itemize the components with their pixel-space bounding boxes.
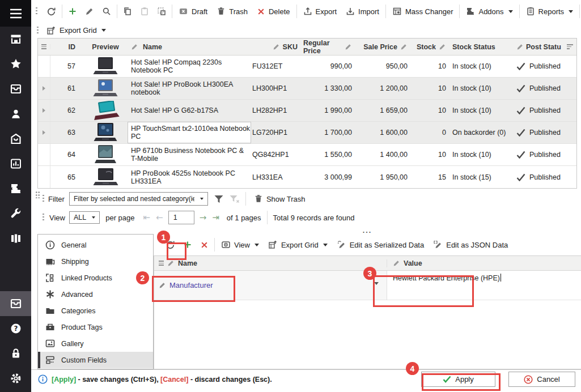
cell-post-status[interactable]: Published <box>508 166 576 188</box>
copy-button[interactable] <box>119 3 136 19</box>
sidebar-item-orders[interactable] <box>0 126 31 151</box>
page-size-select[interactable]: ALL <box>69 211 100 224</box>
sidebar-item-settings[interactable] <box>0 366 31 391</box>
add-product-button[interactable] <box>64 3 81 19</box>
menu-button[interactable] <box>0 0 31 27</box>
toolbar-drag-handle[interactable] <box>37 27 39 34</box>
column-header-id[interactable]: ID <box>50 43 83 51</box>
tab-categories[interactable]: Categories <box>38 302 153 319</box>
column-header-sale-price[interactable]: Sale Price <box>359 43 414 51</box>
sidebar-item-statistics[interactable] <box>0 151 31 176</box>
draft-button[interactable]: Draft <box>174 3 212 19</box>
row-expander[interactable] <box>38 166 50 188</box>
sidebar-item-layout[interactable] <box>0 226 31 251</box>
cell-sku[interactable]: QG842HP1 <box>251 144 303 165</box>
cancel-button[interactable]: Cancel <box>508 372 575 387</box>
toolbar-drag-handle[interactable] <box>43 195 44 203</box>
table-row[interactable]: 65 HP ProBook 4525s Notebook PC LH331EA … <box>38 166 576 188</box>
cell-post-status[interactable]: Published <box>508 56 576 77</box>
paste-button[interactable] <box>136 3 153 19</box>
reports-dropdown[interactable]: Reports <box>521 3 578 19</box>
column-header-stock-status[interactable]: Stock Status <box>449 43 508 51</box>
column-options-icon[interactable] <box>567 44 573 49</box>
cell-regular-price[interactable]: 3 000,99 <box>303 166 359 188</box>
cell-post-status[interactable]: Published <box>508 122 576 143</box>
cell-stock[interactable]: 10 <box>414 144 449 165</box>
cell-regular-price[interactable]: 1 700,00 <box>303 122 359 143</box>
last-page-button[interactable]: ⇥ <box>209 212 222 223</box>
first-page-button[interactable]: ⇤ <box>141 212 154 223</box>
sidebar-item-favorites[interactable] <box>0 52 31 76</box>
cell-sku[interactable]: LG720HP1 <box>251 122 303 143</box>
sidebar-item-help[interactable]: ? <box>0 316 31 341</box>
page-number-input[interactable]: 1 <box>168 211 194 224</box>
cell-name-active[interactable]: HP TouchSmart tx2-1010ea Notebook PC <box>128 122 251 143</box>
tab-gallery[interactable]: Gallery <box>38 335 153 352</box>
table-row[interactable]: 57 Hot Sale! HP Compaq 2230s Notebook PC… <box>38 56 576 78</box>
search-button[interactable] <box>98 3 115 19</box>
delete-button[interactable]: Delete <box>252 3 295 19</box>
sidebar-item-addons[interactable] <box>0 176 31 201</box>
sidebar-item-products[interactable] <box>0 76 31 101</box>
tab-custom-fields[interactable]: Custom Fields <box>38 352 153 368</box>
table-row[interactable]: 62 Hot Sale! HP G G62-b17SA LH282HP1 1 9… <box>38 100 576 122</box>
cell-name[interactable]: HP 6710b Business Notebook PC & T-Mobile <box>128 144 251 165</box>
column-header-post-status[interactable]: Post Statu <box>508 43 576 51</box>
export-grid-button[interactable]: Export Grid <box>42 23 111 39</box>
cell-stock[interactable]: 10 <box>414 56 449 77</box>
table-row[interactable]: 61 Hot Sale! HP ProBook LH300EA notebook… <box>38 78 576 100</box>
row-expander[interactable] <box>38 100 50 121</box>
addons-dropdown[interactable]: Addons <box>461 3 517 19</box>
sidebar-item-security[interactable] <box>0 341 31 366</box>
row-expander[interactable] <box>38 144 50 165</box>
cell-stock[interactable]: 0 <box>414 122 449 143</box>
next-page-button[interactable]: → <box>197 212 210 223</box>
cell-name[interactable]: Hot Sale! HP ProBook LH300EA notebook <box>128 78 251 99</box>
cell-sale-price[interactable]: 1 400,00 <box>359 144 414 165</box>
clear-filter-button[interactable] <box>229 194 240 204</box>
row-expander[interactable] <box>38 78 50 99</box>
apply-button[interactable]: Apply <box>421 372 495 387</box>
cell-sale-price[interactable]: 950,00 <box>359 56 414 77</box>
field-name-cell[interactable]: Manufacturer <box>154 271 387 300</box>
cell-regular-price[interactable]: 990,00 <box>303 56 359 77</box>
refresh-fields-button[interactable] <box>162 237 179 253</box>
tab-general[interactable]: General <box>38 237 153 253</box>
row-expander[interactable] <box>38 56 50 77</box>
cell-post-status[interactable]: Published <box>508 100 576 121</box>
add-custom-field-button[interactable] <box>179 237 196 253</box>
prev-page-button[interactable]: ← <box>153 212 166 223</box>
delete-custom-field-button[interactable] <box>196 237 213 253</box>
edit-serialized-button[interactable]: Edit as Serialized Data <box>332 237 429 253</box>
cell-post-status[interactable]: Published <box>508 144 576 165</box>
field-type-dropdown-icon[interactable] <box>374 282 379 285</box>
cell-name[interactable]: HP ProBook 4525s Notebook PC LH331EA <box>128 166 251 188</box>
cell-stock[interactable]: 10 <box>414 100 449 121</box>
fields-view-dropdown[interactable]: View <box>217 237 264 253</box>
cell-stock[interactable]: 15 <box>414 166 449 188</box>
cell-sku[interactable]: FU312ET <box>251 56 303 77</box>
cell-regular-price[interactable]: 1 330,00 <box>303 78 359 99</box>
cell-sku[interactable]: LH282HP1 <box>251 100 303 121</box>
import-button[interactable]: Import <box>341 3 384 19</box>
panel-splitter[interactable]: ... <box>154 227 581 234</box>
header-row-selector[interactable] <box>38 44 50 49</box>
table-row[interactable]: 64 HP 6710b Business Notebook PC & T-Mob… <box>38 144 576 166</box>
cell-regular-price[interactable]: 1 990,00 <box>303 100 359 121</box>
tab-linked-products[interactable]: Linked Products <box>38 270 153 286</box>
fields-export-grid-button[interactable]: Export Grid <box>264 237 332 253</box>
cell-sale-price[interactable]: 1 950,00 <box>359 166 414 188</box>
sidebar-item-customers[interactable] <box>0 101 31 126</box>
export-button[interactable]: Export <box>299 3 342 19</box>
show-trash-button[interactable]: Show Trash <box>252 191 308 207</box>
column-header-name[interactable]: Name <box>128 43 251 51</box>
toolbar-drag-handle[interactable] <box>36 7 37 16</box>
column-header-field-name[interactable]: Name <box>154 259 387 267</box>
column-header-stock[interactable]: Stock <box>414 43 449 51</box>
edit-product-button[interactable] <box>81 3 98 19</box>
column-header-field-value[interactable]: Value <box>387 259 581 267</box>
mass-changer-button[interactable]: Mass Changer <box>388 3 458 19</box>
cell-post-status[interactable]: Published <box>508 78 576 99</box>
sidebar-item-store[interactable] <box>0 27 31 52</box>
cell-sale-price[interactable]: 1 600,00 <box>359 122 414 143</box>
